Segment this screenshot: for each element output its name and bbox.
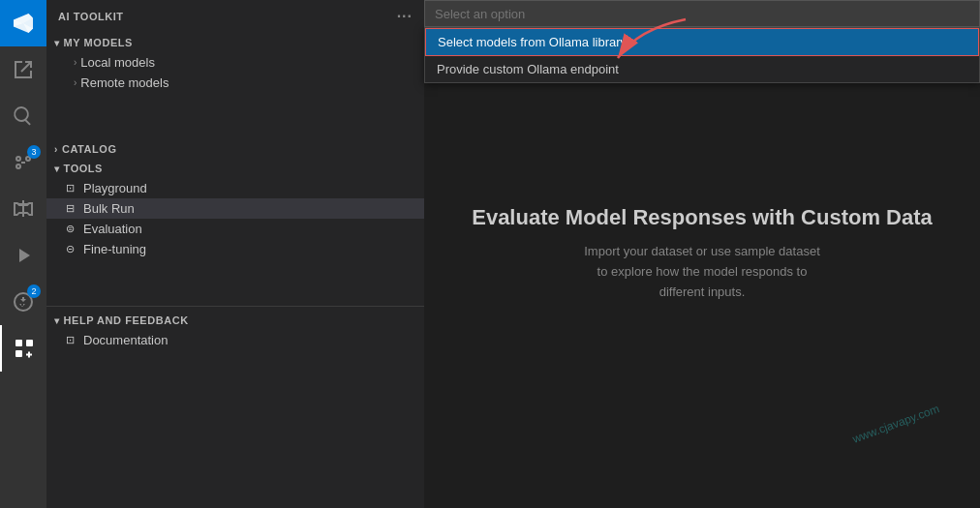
sidebar-more-button[interactable]: ··· [397,8,413,25]
playground-label: Playground [83,181,147,195]
my-models-label: MY MODELS [64,37,133,48]
remote-models-label: Remote models [80,75,168,90]
tools-label: TOOLS [64,163,103,174]
activity-bar: 3 2 [0,0,46,508]
help-chevron: ▾ [54,315,60,326]
catalog-section-header[interactable]: › CATALOG [46,139,424,159]
documentation-icon: ⊡ [62,334,77,346]
local-models-chevron: › [74,57,77,68]
svg-rect-1 [26,340,33,346]
main-content: Select models from Ollama library Provid… [424,0,980,508]
explorer-icon[interactable] [0,46,46,93]
source-control-badge: 3 [27,145,41,159]
main-center-content: Evaluate Model Responses with Custom Dat… [452,186,952,321]
fine-tuning-item[interactable]: ⊝ Fine-tuning [46,239,424,259]
remote-explorer-badge: 2 [27,284,41,298]
bulk-run-item[interactable]: ⊟ Bulk Run [46,198,424,219]
playground-icon: ⊡ [62,182,77,194]
sidebar: AI TOOLKIT ··· ▾ MY MODELS › Local model… [46,0,424,508]
help-section-header[interactable]: ▾ HELP AND FEEDBACK [46,311,424,330]
help-label: HELP AND FEEDBACK [64,314,189,326]
remote-explorer-icon[interactable]: 2 [0,279,46,325]
local-models-label: Local models [80,55,155,70]
remote-models-item[interactable]: › Remote models [46,73,424,93]
ai-toolkit-icon[interactable] [0,325,46,372]
dropdown-item-ollama-library[interactable]: Select models from Ollama library [425,28,979,56]
evaluation-item[interactable]: ⊜ Evaluation [46,219,424,239]
my-models-section-header[interactable]: ▾ MY MODELS [46,33,424,52]
playground-item[interactable]: ⊡ Playground [46,178,424,198]
documentation-item[interactable]: ⊡ Documentation [46,330,424,350]
help-section: ▾ HELP AND FEEDBACK ⊡ Documentation [46,306,424,350]
search-icon[interactable] [0,93,46,139]
dropdown-item-custom-endpoint[interactable]: Provide custom Ollama endpoint [425,56,979,82]
svg-rect-2 [15,350,22,357]
evaluation-label: Evaluation [83,222,142,236]
catalog-chevron: › [54,144,58,155]
svg-rect-0 [15,340,22,346]
sidebar-header: AI TOOLKIT ··· [46,0,424,33]
dropdown-container: Select models from Ollama library Provid… [424,0,980,83]
sidebar-title: AI TOOLKIT [58,11,124,22]
catalog-label: CATALOG [62,143,117,155]
main-subtitle: Import your dataset or use sample datase… [472,242,933,302]
watermark: www.cjavapy.com [850,402,941,445]
main-title: Evaluate Model Responses with Custom Dat… [472,205,933,230]
dropdown-list: Select models from Ollama library Provid… [424,27,980,83]
fine-tuning-icon: ⊝ [62,243,77,255]
select-option-input[interactable] [424,0,980,27]
fine-tuning-label: Fine-tuning [83,242,146,256]
documentation-label: Documentation [83,333,168,347]
bulk-run-icon: ⊟ [62,202,77,215]
evaluation-icon: ⊜ [62,223,77,235]
remote-models-chevron: › [74,77,77,88]
run-debug-icon[interactable] [0,232,46,279]
tools-section-header[interactable]: ▾ TOOLS [46,159,424,178]
my-models-chevron: ▾ [54,38,60,48]
vscode-logo-icon[interactable] [0,0,46,46]
source-control-icon[interactable]: 3 [0,139,46,186]
local-models-item[interactable]: › Local models [46,52,424,73]
bulk-run-label: Bulk Run [83,201,135,216]
tools-chevron: ▾ [54,164,60,174]
extensions-icon[interactable] [0,186,46,232]
sidebar-scroll: ▾ MY MODELS › Local models › Remote mode… [46,33,424,508]
